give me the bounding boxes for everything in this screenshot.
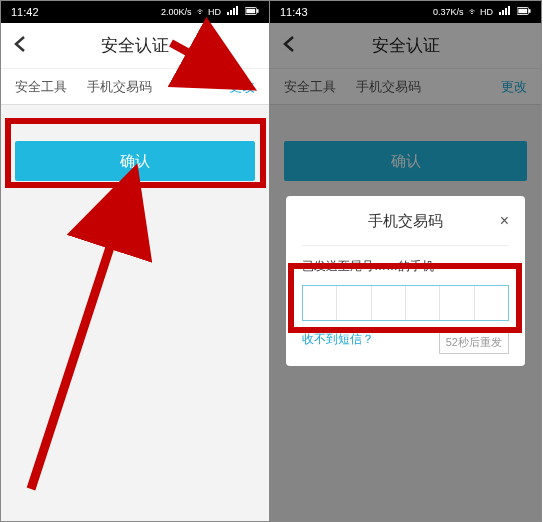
back-button[interactable] <box>13 35 27 57</box>
wifi-icon: ᯤ HD <box>197 7 222 17</box>
code-cell[interactable] <box>406 286 440 320</box>
status-bar: 11:43 0.37K/s ᯤ HD <box>270 1 541 23</box>
svg-rect-2 <box>257 9 259 13</box>
status-time: 11:43 <box>280 6 308 18</box>
page-title: 安全认证 <box>101 34 169 57</box>
code-cell[interactable] <box>372 286 406 320</box>
status-net: 2.00K/s <box>161 7 192 17</box>
close-icon: × <box>500 212 509 229</box>
svg-line-4 <box>31 189 129 489</box>
confirm-button[interactable]: 确认 <box>15 141 255 181</box>
svg-rect-7 <box>529 9 531 13</box>
security-tool-row: 安全工具 手机交易码 更改 <box>1 69 269 105</box>
confirm-zone: 确认 <box>1 105 269 181</box>
header: 安全认证 <box>1 23 269 69</box>
phone-left: 11:42 2.00K/s ᯤ HD 安全认证 安全工具 手机交易码 更改 确认 <box>0 0 270 522</box>
battery-icon <box>245 6 259 18</box>
modal-title: 手机交易码 <box>368 212 443 231</box>
status-right: 2.00K/s ᯤ HD <box>161 6 259 18</box>
battery-icon <box>517 6 531 18</box>
status-net: 0.37K/s <box>433 7 464 17</box>
resend-button: 52秒后重发 <box>439 331 509 354</box>
wifi-icon: ᯤ HD <box>469 7 494 17</box>
code-cell[interactable] <box>303 286 337 320</box>
section-label: 安全工具 <box>15 78 87 96</box>
modal-desc: 已发送至尾号……的手机 <box>302 258 509 275</box>
confirm-label: 确认 <box>120 152 150 171</box>
code-cell[interactable] <box>475 286 508 320</box>
status-time: 11:42 <box>11 6 39 18</box>
svg-rect-1 <box>246 9 255 13</box>
signal-icon <box>498 6 512 18</box>
phone-right: 11:43 0.37K/s ᯤ HD 安全认证 安全工具 手机交易码 更改 确认 <box>270 0 542 522</box>
change-link[interactable]: 更改 <box>229 78 255 96</box>
status-right: 0.37K/s ᯤ HD <box>433 6 531 18</box>
code-cell[interactable] <box>337 286 371 320</box>
code-cell[interactable] <box>440 286 474 320</box>
status-bar: 11:42 2.00K/s ᯤ HD <box>1 1 269 23</box>
sms-help-link[interactable]: 收不到短信？ <box>302 331 374 354</box>
signal-icon <box>226 6 240 18</box>
sms-code-modal: 手机交易码 × 已发送至尾号……的手机 收不到短信？ 52秒后重发 <box>286 196 525 366</box>
modal-header: 手机交易码 × <box>302 212 509 246</box>
modal-close-button[interactable]: × <box>500 212 509 230</box>
sms-code-input[interactable] <box>302 285 509 321</box>
modal-footer: 收不到短信？ 52秒后重发 <box>302 331 509 354</box>
svg-rect-6 <box>518 9 527 13</box>
chevron-left-icon <box>13 35 27 53</box>
section-value: 手机交易码 <box>87 78 229 96</box>
